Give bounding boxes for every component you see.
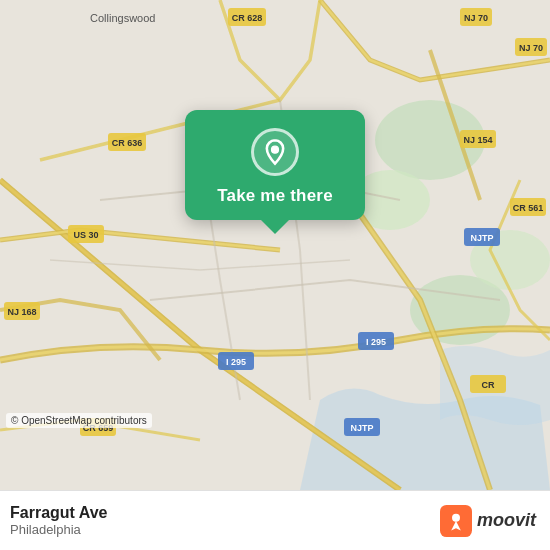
location-info: Farragut Ave Philadelphia [10,504,108,537]
moovit-icon [440,505,472,537]
location-pin-icon [261,138,289,166]
take-me-there-button[interactable]: Take me there [217,186,333,206]
svg-text:CR: CR [482,380,495,390]
svg-text:Collingswood: Collingswood [90,12,155,24]
location-name: Farragut Ave [10,504,108,522]
svg-text:CR 636: CR 636 [112,138,143,148]
svg-text:CR 628: CR 628 [232,13,263,23]
svg-text:NJ 154: NJ 154 [463,135,492,145]
svg-text:US 30: US 30 [73,230,98,240]
map-container[interactable]: Collingswood CR 628 NJ 70 NJ 70 NJ 154 C… [0,0,550,490]
popup-card[interactable]: Take me there [185,110,365,220]
svg-text:I 295: I 295 [366,337,386,347]
svg-text:NJTP: NJTP [350,423,373,433]
svg-text:NJ 168: NJ 168 [7,307,36,317]
svg-text:I 295: I 295 [226,357,246,367]
bottom-bar: Farragut Ave Philadelphia moovit [0,490,550,550]
location-icon-wrapper [251,128,299,176]
svg-point-34 [272,146,279,153]
location-city: Philadelphia [10,522,108,537]
map-attribution: © OpenStreetMap contributors [6,413,152,428]
svg-text:NJTP: NJTP [470,233,493,243]
svg-point-36 [452,513,460,521]
svg-text:CR 561: CR 561 [513,203,544,213]
svg-text:NJ 70: NJ 70 [464,13,488,23]
svg-text:NJ 70: NJ 70 [519,43,543,53]
moovit-text: moovit [477,510,536,531]
moovit-logo[interactable]: moovit [440,505,536,537]
